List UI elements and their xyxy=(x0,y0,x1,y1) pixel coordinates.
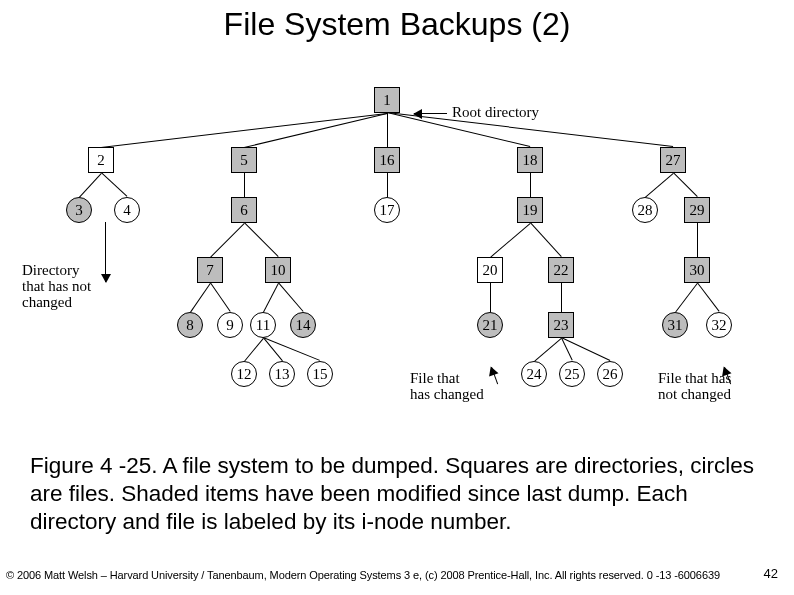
node-14: 14 xyxy=(290,312,316,338)
tree-edge xyxy=(79,173,102,198)
label-dir-unchanged-3: changed xyxy=(22,294,72,311)
node-7: 7 xyxy=(197,257,223,283)
node-1: 1 xyxy=(374,87,400,113)
node-12: 12 xyxy=(231,361,257,387)
node-28: 28 xyxy=(632,197,658,223)
tree-edge xyxy=(101,172,128,197)
tree-diagram: Root directory Directory that has not ch… xyxy=(0,70,794,440)
tree-edge xyxy=(190,283,211,313)
node-19: 19 xyxy=(517,197,543,223)
label-file-changed-2: has changed xyxy=(410,386,484,403)
label-file-changed-1: File that xyxy=(410,370,460,387)
node-20: 20 xyxy=(477,257,503,283)
slide-title: File System Backups (2) xyxy=(0,0,794,43)
tree-edge xyxy=(244,338,264,362)
node-2: 2 xyxy=(88,147,114,173)
node-26: 26 xyxy=(597,361,623,387)
label-dir-unchanged-1: Directory xyxy=(22,262,79,279)
tree-edge xyxy=(534,338,562,362)
page-number: 42 xyxy=(764,566,778,581)
tree-edge xyxy=(101,113,387,148)
tree-edge xyxy=(244,173,245,197)
node-10: 10 xyxy=(265,257,291,283)
tree-edge xyxy=(210,223,245,258)
tree-edge xyxy=(387,113,388,147)
tree-edge xyxy=(561,283,562,312)
arrow-file-changed xyxy=(491,367,498,384)
tree-edge xyxy=(673,172,698,197)
tree-edge xyxy=(675,283,698,313)
tree-edge xyxy=(561,337,610,361)
node-32: 32 xyxy=(706,312,732,338)
node-27: 27 xyxy=(660,147,686,173)
label-root: Root directory xyxy=(452,104,539,121)
node-23: 23 xyxy=(548,312,574,338)
tree-edge xyxy=(387,173,388,197)
label-file-unchanged-2: not changed xyxy=(658,386,731,403)
tree-edge xyxy=(263,283,279,312)
arrow-root xyxy=(414,113,447,114)
node-11: 11 xyxy=(250,312,276,338)
figure-caption: Figure 4 -25. A file system to be dumped… xyxy=(30,452,764,536)
tree-edge xyxy=(244,222,279,257)
tree-edge xyxy=(530,173,531,197)
tree-edge xyxy=(697,223,698,257)
tree-edge xyxy=(645,173,674,198)
tree-edge xyxy=(490,223,531,258)
node-21: 21 xyxy=(477,312,503,338)
node-22: 22 xyxy=(548,257,574,283)
node-31: 31 xyxy=(662,312,688,338)
node-30: 30 xyxy=(684,257,710,283)
label-dir-unchanged-2: that has not xyxy=(22,278,91,295)
node-3: 3 xyxy=(66,197,92,223)
node-18: 18 xyxy=(517,147,543,173)
tree-edge xyxy=(530,222,562,257)
node-6: 6 xyxy=(231,197,257,223)
node-5: 5 xyxy=(231,147,257,173)
arrow-dir-unchanged xyxy=(105,222,106,282)
node-13: 13 xyxy=(269,361,295,387)
node-9: 9 xyxy=(217,312,243,338)
tree-edge xyxy=(210,282,231,312)
footer-credit: © 2006 Matt Welsh – Harvard University /… xyxy=(6,569,720,581)
node-25: 25 xyxy=(559,361,585,387)
tree-edge xyxy=(490,283,491,312)
tree-edge xyxy=(278,282,304,312)
node-8: 8 xyxy=(177,312,203,338)
node-17: 17 xyxy=(374,197,400,223)
node-16: 16 xyxy=(374,147,400,173)
node-4: 4 xyxy=(114,197,140,223)
node-15: 15 xyxy=(307,361,333,387)
tree-edge xyxy=(244,113,387,148)
tree-edge xyxy=(697,282,720,312)
node-24: 24 xyxy=(521,361,547,387)
node-29: 29 xyxy=(684,197,710,223)
